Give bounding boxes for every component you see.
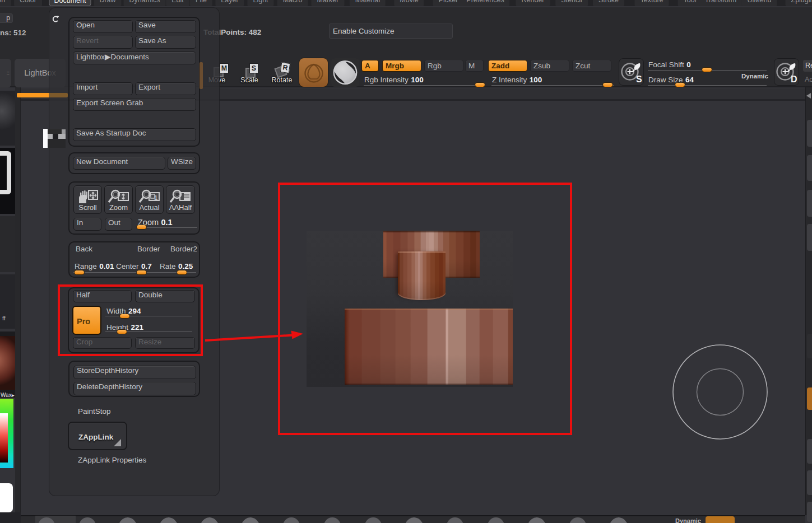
menu-item[interactable]: Macro [277,0,308,6]
menu-item[interactable]: Preferences [461,0,509,6]
menu-item[interactable]: Layer [215,0,244,6]
menu-button[interactable]: Revert [73,36,133,49]
menu-item[interactable]: Picker [433,0,464,6]
right-rail-button[interactable] [807,387,812,410]
rotate-tool[interactable]: R Rotate [273,60,296,83]
z-intensity-handle[interactable] [602,82,613,87]
texture-preview-tile[interactable]: ff [0,274,15,329]
menu-item[interactable]: Tool [678,0,702,6]
restore-configuration-icon[interactable] [52,15,59,23]
right-rail-button[interactable] [807,439,812,464]
menu-button[interactable]: Back [73,245,132,257]
menu-button[interactable]: Border2 [168,245,197,257]
menu-button[interactable]: DeleteDepthHistory [73,382,196,395]
menu-item[interactable]: Dynamics [124,0,166,6]
mode-a-button[interactable]: A [361,60,379,72]
color-picker-tile[interactable] [0,399,13,468]
material-preview-tile[interactable]: Wax▸ [0,331,15,398]
bottom-orange-button[interactable] [706,516,735,523]
focal-shift-slider[interactable]: Focal Shift 0 [648,59,691,69]
menu-button[interactable]: WSize [168,157,196,170]
rgb-intensity-track[interactable] [364,85,483,86]
menu-button[interactable]: Export [135,82,196,95]
draw-size-slider[interactable]: Draw Size 64 [648,74,694,85]
menu-item[interactable]: Marker [312,0,345,6]
right-rail-button[interactable] [807,155,812,181]
mode-zcut-button[interactable]: Zcut [572,60,611,72]
mode-m-button[interactable]: M [465,60,484,72]
menu-item[interactable]: Stroke [593,0,624,6]
smooth-brush-button[interactable]: S [619,58,644,86]
aahalf-button[interactable]: AAHalf [166,185,195,214]
menu-item[interactable]: Light [247,0,273,6]
clipped-right-button[interactable]: Re [803,60,812,72]
menu-item[interactable]: Zplugin [786,0,812,6]
draw-size-track[interactable] [648,85,767,86]
dynamic-mode-label[interactable]: Dynamic [741,73,768,80]
menu-button[interactable]: StoreDepthHistory [73,366,196,379]
menu-item[interactable]: Draw [94,0,121,6]
zapplink-properties-button[interactable]: ZAppLink Properties [78,456,146,464]
right-rail-button[interactable] [807,470,812,495]
menu-button[interactable]: Out [105,218,132,231]
doc-zoom-handle[interactable] [136,225,147,230]
menu-item[interactable]: Brush [0,0,11,6]
focal-shift-handle[interactable] [702,67,712,72]
mode-zsub-button[interactable]: Zsub [530,60,569,72]
mode-mrgb-button[interactable]: Mrgb [382,60,421,72]
rgb-intensity-slider[interactable]: Rgb Intensity 100 [364,74,424,85]
actual-button[interactable]: 1 Actual [135,185,164,214]
menu-button[interactable]: Import [73,82,133,95]
alpha-preview-tile[interactable] [0,216,15,272]
menu-item[interactable]: UiMenu [741,0,777,6]
menu-item[interactable]: Color [14,0,42,6]
current-color-swatch[interactable] [0,483,13,512]
menu-item[interactable]: Stencil [555,0,588,6]
menu-item[interactable]: Material [350,0,386,6]
menu-item[interactable]: Movie [394,0,424,6]
mode-zadd-button[interactable]: Zadd [488,60,527,72]
enable-customize-button[interactable]: Enable Customize [329,24,453,39]
z-intensity-slider[interactable]: Z Intensity 100 [492,74,542,85]
scale-tool[interactable]: S Scale [242,60,265,83]
menu-button[interactable]: New Document [73,157,165,170]
paintstop-button[interactable]: PaintStop [78,407,111,415]
menu-button[interactable]: Save [135,20,196,33]
menu-button[interactable]: Export Screen Grab [73,98,196,111]
current-material-button[interactable] [331,58,359,87]
menu-item[interactable]: Render [516,0,550,6]
menu-item[interactable]: Document [49,0,91,6]
center-slider[interactable]: Center 0.7 [116,261,152,271]
zoom-button[interactable]: Zoom [104,185,133,214]
z-intensity-track[interactable] [491,85,614,86]
right-rail-button[interactable] [807,334,812,358]
right-rail-button[interactable] [807,224,812,251]
range-handle[interactable] [74,270,85,275]
tool-preview-tile[interactable] [0,91,15,146]
rate-slider[interactable]: Rate 0.25 [160,261,193,271]
scroll-button[interactable]: Scroll [73,185,102,214]
mode-rgb-button[interactable]: Rgb [424,60,463,72]
stroke-preview-tile[interactable] [0,148,15,214]
zapplink-button[interactable]: ZAppLink [68,422,127,450]
menu-item[interactable]: File [190,0,212,6]
rgb-intensity-handle[interactable] [475,82,485,87]
draw-size-handle[interactable] [675,82,685,87]
menu-item[interactable]: Transform [699,0,743,6]
draw-brush-button[interactable]: D [774,58,799,86]
menu-button[interactable]: Open [73,20,133,33]
menu-button[interactable]: Save As [135,36,196,49]
center-handle[interactable] [136,270,147,275]
rate-handle[interactable] [177,270,187,275]
menu-button[interactable]: Lightbox▶Documents [73,52,196,64]
left-tray-clipped-tile[interactable]: :: [0,59,11,87]
current-brush-button[interactable] [299,58,328,87]
menu-item[interactable]: Edit [166,0,189,6]
right-rail-button[interactable] [807,502,812,522]
right-rail-button[interactable] [807,190,812,217]
menu-button[interactable]: In [73,218,101,231]
menu-item[interactable]: Texture [635,0,669,6]
menu-button[interactable]: Border [134,245,166,257]
menu-button[interactable]: Save As Startup Doc [73,128,196,141]
clipped-left-button[interactable]: p [0,13,13,23]
